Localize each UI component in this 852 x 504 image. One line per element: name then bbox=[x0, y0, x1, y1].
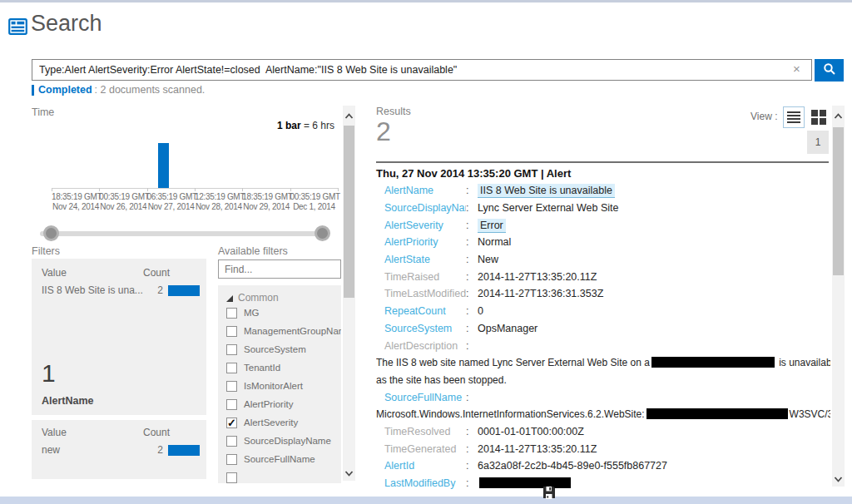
filter-checkbox-item[interactable]: ✓AlertSeverity bbox=[218, 413, 341, 432]
list-view-button[interactable] bbox=[783, 106, 805, 128]
filter-checkbox-item[interactable]: ManagementGroupName bbox=[218, 322, 341, 340]
result-field-row: TimeResolved:0001-01-01T00:00:00Z bbox=[376, 423, 830, 441]
filter-checkbox-item[interactable]: MG bbox=[218, 304, 341, 322]
chart-legend: 1 bar = 6 hrs bbox=[200, 120, 334, 131]
field-name[interactable]: RepeatCount bbox=[376, 305, 466, 317]
filter-checkbox-item[interactable]: TenantId bbox=[218, 358, 341, 377]
scrollbar-thumb[interactable] bbox=[833, 127, 844, 275]
x-axis-tick-label: 06:35:19 GMTNov 27, 2014 bbox=[147, 192, 196, 212]
slider-handle-right[interactable] bbox=[315, 225, 330, 241]
checkbox[interactable] bbox=[226, 436, 237, 447]
checkbox[interactable] bbox=[226, 363, 237, 373]
filter-group-label: Common bbox=[238, 292, 279, 304]
x-axis-tick-label: 18:35:19 GMTNov 24, 2014 bbox=[52, 192, 100, 212]
triangle-icon bbox=[226, 290, 233, 305]
results-count: 2 bbox=[376, 116, 391, 147]
value-text: OpsManager bbox=[478, 323, 537, 334]
result-field-row: SourceDisplayName:Lync Server External W… bbox=[376, 200, 830, 217]
page-number-badge[interactable]: 1 bbox=[807, 131, 829, 154]
search-button[interactable] bbox=[815, 59, 844, 82]
filter-group-header[interactable]: Common bbox=[218, 285, 341, 304]
x-axis-tick-label: 12:35:19 GMTNov 28, 2014 bbox=[195, 192, 243, 212]
checkbox[interactable] bbox=[226, 326, 237, 337]
facet-count-bar bbox=[168, 445, 200, 456]
field-name[interactable]: AlertSeverity bbox=[376, 220, 466, 231]
status-marker bbox=[32, 85, 34, 96]
result-field-row: LastModifiedBy: bbox=[376, 475, 830, 492]
filter-label: AlertSeverity bbox=[244, 418, 298, 427]
facet-value[interactable]: IIS 8 Web Site is una... bbox=[42, 284, 143, 296]
field-value: Error bbox=[478, 220, 506, 231]
clear-search-icon[interactable]: × bbox=[793, 62, 800, 77]
filter-checkbox-item[interactable]: SourceSystem bbox=[218, 340, 341, 358]
field-name[interactable]: AlertId bbox=[376, 460, 466, 472]
checkbox[interactable] bbox=[226, 472, 237, 483]
value-text: New bbox=[478, 254, 498, 265]
field-name[interactable]: LastModifiedBy bbox=[376, 477, 466, 489]
checkbox[interactable] bbox=[226, 454, 237, 465]
facet-count-bar bbox=[168, 285, 200, 296]
filter-checkbox-item[interactable]: SourceFullName bbox=[218, 450, 341, 468]
facet-value-header: Value bbox=[42, 267, 143, 279]
field-name[interactable]: AlertPriority bbox=[376, 236, 466, 248]
field-value: 2014-11-27T13:35:20.11Z bbox=[478, 443, 597, 455]
status-detail: : 2 documents scanned. bbox=[95, 84, 206, 96]
find-filter-input[interactable] bbox=[218, 259, 341, 279]
chevron-down-icon[interactable] bbox=[344, 467, 354, 477]
value-text: 2014-11-27T13:35:20.11Z bbox=[478, 271, 597, 283]
checkbox[interactable] bbox=[226, 381, 237, 392]
redacted-value bbox=[646, 408, 788, 419]
filter-checkbox-item[interactable]: AlertPriority bbox=[218, 395, 341, 413]
slider-handle-left[interactable] bbox=[43, 225, 59, 241]
field-name[interactable]: SourceSystem bbox=[376, 323, 466, 334]
highlighted-value[interactable]: Error bbox=[478, 219, 506, 233]
chevron-up-icon[interactable] bbox=[834, 110, 843, 120]
value-text: Lync Server External Web Site bbox=[478, 202, 619, 214]
colon: : bbox=[466, 202, 478, 214]
field-name[interactable]: AlertName bbox=[376, 185, 466, 196]
grid-view-icon bbox=[811, 110, 818, 116]
checkbox[interactable] bbox=[226, 399, 237, 410]
filter-checkbox-item[interactable] bbox=[218, 468, 341, 483]
checkbox[interactable] bbox=[226, 308, 237, 319]
histogram-bar[interactable] bbox=[158, 143, 169, 188]
x-axis-tick bbox=[242, 188, 243, 191]
result-text-line: The IIS 8 web site named Lync Server Ext… bbox=[376, 354, 830, 372]
facet-value[interactable]: new bbox=[42, 444, 143, 456]
value-text: 2014-11-27T13:36:31.353Z bbox=[478, 288, 603, 299]
result-text-line: as the site has been stopped. bbox=[376, 372, 830, 389]
grid-view-button[interactable] bbox=[811, 110, 826, 125]
field-value: 2014-11-27T13:35:20.11Z bbox=[478, 271, 597, 283]
facet-row[interactable]: IIS 8 Web Site is una... 2 bbox=[32, 284, 206, 296]
filter-label: SourceFullName bbox=[244, 454, 315, 464]
scrollbar-thumb[interactable] bbox=[344, 126, 354, 298]
magnifier-icon bbox=[823, 62, 836, 78]
highlighted-value[interactable]: IIS 8 Web Site is unavailable bbox=[478, 184, 615, 198]
facet-field-name: AlertName bbox=[42, 395, 94, 407]
x-axis-tick bbox=[147, 188, 148, 191]
search-query-input[interactable] bbox=[32, 59, 812, 81]
checkbox[interactable] bbox=[226, 344, 237, 355]
result-field-row: AlertState:New bbox=[376, 251, 830, 269]
field-name[interactable]: AlertState bbox=[376, 254, 466, 265]
filter-checkbox-item[interactable]: IsMonitorAlert bbox=[218, 377, 341, 395]
chevron-up-icon[interactable] bbox=[344, 110, 354, 120]
left-panel-scrollbar[interactable] bbox=[343, 106, 355, 481]
field-name[interactable]: SourceDisplayName bbox=[376, 202, 466, 214]
chevron-down-icon[interactable] bbox=[834, 472, 843, 482]
time-range-slider-track[interactable] bbox=[40, 231, 327, 236]
filter-checkbox-item[interactable]: SourceDisplayName bbox=[218, 432, 341, 450]
available-filters-title: Available filters bbox=[218, 245, 288, 257]
results-scrollbar[interactable] bbox=[832, 106, 845, 487]
value-text: The IIS 8 web site named Lync Server Ext… bbox=[376, 357, 650, 368]
checkbox-checked[interactable]: ✓ bbox=[226, 418, 237, 428]
facet-card-alertstate: Value Count new 2 bbox=[32, 420, 206, 479]
floppy-disk-icon[interactable] bbox=[542, 486, 556, 502]
status-label: Completed bbox=[38, 84, 92, 96]
result-field-row: SourceSystem:OpsManager bbox=[376, 320, 830, 338]
result-field-row: AlertSeverity:Error bbox=[376, 216, 830, 234]
field-name[interactable]: SourceFullName bbox=[376, 392, 466, 403]
facet-row[interactable]: new 2 bbox=[32, 444, 206, 456]
x-axis-tick bbox=[52, 188, 52, 191]
field-value: 0001-01-01T00:00:00Z bbox=[478, 426, 584, 437]
